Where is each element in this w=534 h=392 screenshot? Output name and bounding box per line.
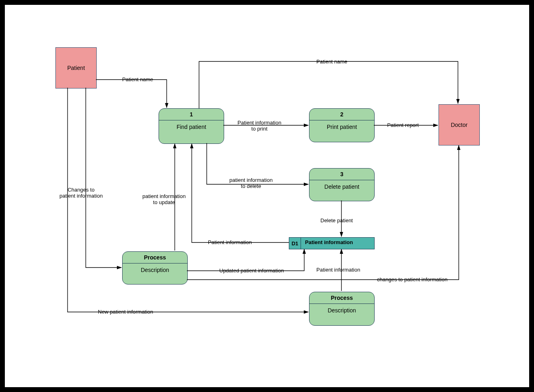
flow-label: patient information to update <box>142 193 186 205</box>
flow-label: patient information to delete <box>229 177 273 189</box>
flow-label: New patient information <box>98 309 153 315</box>
flow-label: Patient information to print <box>237 120 281 132</box>
flow-label: Patient name <box>316 59 348 65</box>
flow-label: Patient information <box>316 267 360 273</box>
flow-label: Patient information <box>208 239 252 245</box>
flow-label: Patient name <box>122 76 153 82</box>
flow-label: Delete patient <box>320 217 353 223</box>
flow-label: Updated patient information <box>219 268 284 274</box>
flow-label: changes to patient information <box>377 276 447 282</box>
flow-label: Patient report <box>387 122 419 128</box>
flow-label: Changes to patient information <box>59 187 103 199</box>
diagram-frame: Patient Doctor 1 Find patient 2 Print pa… <box>0 0 534 392</box>
